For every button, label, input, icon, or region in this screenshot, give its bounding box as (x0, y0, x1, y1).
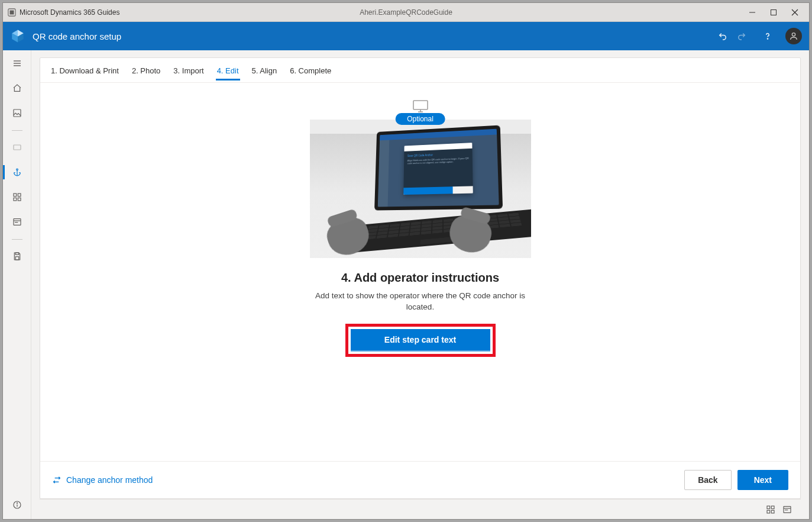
rail-separator (3, 127, 31, 133)
hero-illustration: Optional (310, 120, 531, 258)
hamburger-button[interactable] (3, 53, 31, 74)
nav-image[interactable] (3, 102, 31, 124)
back-button[interactable]: Back (684, 470, 731, 490)
svg-rect-29 (413, 101, 428, 109)
nav-home[interactable] (3, 78, 31, 99)
svg-rect-12 (14, 145, 21, 150)
svg-rect-32 (767, 506, 770, 509)
change-anchor-method-label: Change anchor method (66, 475, 153, 485)
guides-logo-icon (10, 28, 25, 44)
nav-apps[interactable] (3, 186, 31, 208)
app-icon (8, 8, 16, 17)
wizard-card: 1. Download & Print 2. Photo 3. Import 4… (40, 57, 801, 499)
svg-rect-11 (14, 109, 21, 117)
redo-button[interactable] (736, 30, 748, 42)
tab-align[interactable]: 5. Align (251, 60, 279, 80)
view-card-button[interactable] (781, 505, 794, 514)
minimize-button[interactable] (749, 9, 759, 16)
app-window: Microsoft Dynamics 365 Guides Aheri.Exam… (2, 2, 810, 520)
help-button[interactable] (762, 30, 774, 42)
nav-card-detail[interactable] (3, 211, 31, 233)
svg-point-6 (767, 38, 768, 39)
wizard-footer: Change anchor method Back Next (40, 461, 800, 498)
svg-rect-19 (14, 198, 17, 201)
titlebar: Microsoft Dynamics 365 Guides Aheri.Exam… (3, 3, 809, 22)
svg-point-7 (792, 33, 795, 36)
nav-card[interactable] (3, 137, 31, 158)
document-title: Aheri.ExampleQRCodeGuide (3, 8, 809, 17)
undo-button[interactable] (717, 30, 729, 42)
wizard-tabs: 1. Download & Print 2. Photo 3. Import 4… (40, 58, 800, 83)
user-avatar[interactable] (785, 28, 802, 44)
tab-complete[interactable]: 6. Complete (289, 60, 332, 80)
main-area: 1. Download & Print 2. Photo 3. Import 4… (31, 50, 809, 519)
monitor-icon (412, 99, 429, 114)
page-title: QR code anchor setup (33, 31, 121, 41)
status-bar (40, 499, 801, 519)
svg-rect-3 (771, 9, 777, 15)
step-title: 4. Add operator instructions (341, 271, 499, 285)
tab-photo[interactable]: 2. Photo (131, 60, 161, 80)
maximize-button[interactable] (770, 9, 781, 16)
app-body: 1. Download & Print 2. Photo 3. Import 4… (3, 50, 809, 519)
page-header: QR code anchor setup (3, 22, 809, 50)
close-button[interactable] (791, 9, 802, 16)
svg-point-13 (16, 169, 18, 170)
swap-icon (52, 475, 62, 485)
svg-rect-21 (14, 219, 21, 225)
change-anchor-method-link[interactable]: Change anchor method (52, 475, 153, 485)
svg-point-28 (17, 502, 17, 503)
svg-rect-25 (15, 257, 18, 260)
optional-badge: Optional (395, 113, 445, 125)
nav-save[interactable] (3, 246, 31, 267)
svg-rect-35 (771, 510, 774, 513)
tab-edit[interactable]: 4. Edit (216, 60, 240, 80)
rail-separator-2 (3, 236, 31, 242)
wizard-content: Optional (40, 83, 800, 461)
svg-rect-36 (784, 506, 791, 513)
svg-rect-24 (15, 253, 18, 254)
nav-anchor[interactable] (3, 162, 31, 183)
svg-rect-20 (18, 198, 21, 201)
app-name: Microsoft Dynamics 365 Guides (20, 8, 119, 17)
view-grid-button[interactable] (764, 505, 777, 514)
edit-step-card-button[interactable]: Edit step card text (351, 329, 490, 352)
svg-rect-18 (18, 194, 21, 196)
callout-highlight: Edit step card text (345, 324, 496, 357)
nav-info[interactable] (3, 494, 31, 515)
tab-download-print[interactable]: 1. Download & Print (50, 60, 120, 80)
left-rail (3, 50, 31, 519)
tab-import[interactable]: 3. Import (172, 60, 205, 80)
svg-rect-1 (10, 10, 14, 14)
svg-rect-17 (14, 194, 17, 196)
svg-rect-33 (771, 506, 774, 509)
svg-rect-34 (767, 510, 770, 513)
step-description: Add text to show the operator where the … (314, 291, 527, 313)
next-button[interactable]: Next (737, 470, 788, 490)
